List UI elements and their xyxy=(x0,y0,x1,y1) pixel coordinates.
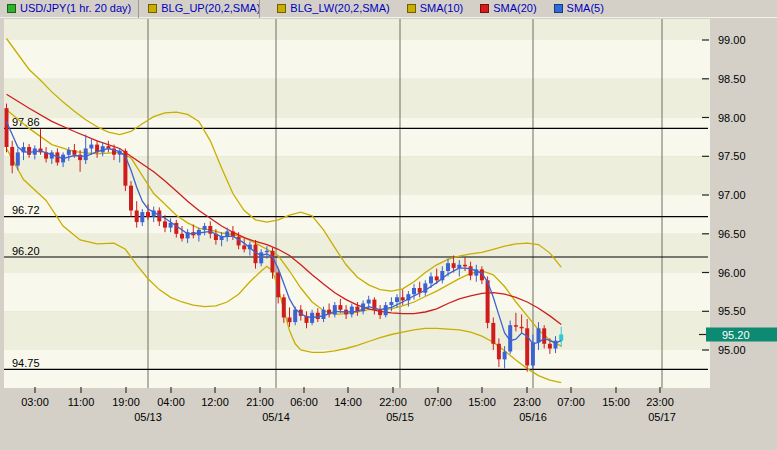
sma20-swatch-icon xyxy=(480,4,489,13)
price-level-label: 96.72 xyxy=(12,204,40,216)
y-axis-label: 95.50 xyxy=(718,305,746,317)
current-price-badge-label: 95.20 xyxy=(722,329,750,341)
time-label: 12:00 xyxy=(201,396,229,408)
y-axis-label: 95.00 xyxy=(718,344,746,356)
time-label: 15:00 xyxy=(602,396,630,408)
sma5-swatch-icon xyxy=(554,4,563,13)
plot-group: 97.8696.7296.2094.75 xyxy=(4,19,710,388)
legend-item-label: BLG_LW(20,2,SMA) xyxy=(290,3,389,14)
price-stripes xyxy=(4,19,710,388)
legend-item-label: SMA(10) xyxy=(420,3,463,14)
legend-item-label: SMA(20) xyxy=(493,3,536,14)
date-label: 05/13 xyxy=(134,411,162,423)
time-label: 04:00 xyxy=(157,396,185,408)
legend-item-sma10[interactable]: SMA(10) xyxy=(407,3,463,14)
time-label: 22:00 xyxy=(379,396,407,408)
legend-bar: USD/JPY(1 hr. 20 day)BLG_UP(20,2,SMA)BLG… xyxy=(0,0,777,18)
y-axis-label: 98.50 xyxy=(718,73,746,85)
time-label: 21:00 xyxy=(246,396,274,408)
blg-lw-swatch-icon xyxy=(277,4,286,13)
candle xyxy=(5,104,9,153)
legend-divider xyxy=(259,0,260,18)
legend-item-label: USD/JPY(1 hr. 20 day) xyxy=(20,3,131,14)
price-level-label: 96.20 xyxy=(12,245,40,257)
y-axis-label: 96.50 xyxy=(718,228,746,240)
legend-item-label: SMA(5) xyxy=(567,3,604,14)
date-label: 05/17 xyxy=(648,411,676,423)
legend-divider xyxy=(138,0,139,18)
y-axis-label: 97.00 xyxy=(718,189,746,201)
candle xyxy=(508,321,512,354)
time-label: 07:00 xyxy=(557,396,585,408)
y-axis-label: 96.00 xyxy=(718,267,746,279)
y-axis-label: 97.50 xyxy=(718,150,746,162)
legend-item-blg-up[interactable]: BLG_UP(20,2,SMA) xyxy=(148,3,260,14)
y-axis-label: 98.00 xyxy=(718,112,746,124)
chart-plot-area[interactable]: 97.8696.7296.2094.7599.0098.5098.0097.50… xyxy=(0,0,777,450)
symbol-swatch-icon xyxy=(7,4,16,13)
chart-svg: 97.8696.7296.2094.7599.0098.5098.0097.50… xyxy=(0,0,777,450)
time-label: 06:00 xyxy=(290,396,318,408)
date-label: 05/14 xyxy=(262,411,290,423)
date-label: 05/15 xyxy=(386,411,414,423)
price-level-label: 94.75 xyxy=(12,357,40,369)
time-label: 23:00 xyxy=(513,396,541,408)
time-label: 03:00 xyxy=(21,396,49,408)
y-axis-label: 99.00 xyxy=(718,34,746,46)
legend-item-label: BLG_UP(20,2,SMA) xyxy=(161,3,260,14)
time-label: 23:00 xyxy=(646,396,674,408)
blg-up-swatch-icon xyxy=(148,4,157,13)
date-label: 05/16 xyxy=(519,411,547,423)
time-label: 07:00 xyxy=(424,396,452,408)
time-label: 11:00 xyxy=(68,396,95,408)
legend-item-blg-lw[interactable]: BLG_LW(20,2,SMA) xyxy=(277,3,389,14)
time-label: 15:00 xyxy=(468,396,496,408)
time-label: 19:00 xyxy=(112,396,140,408)
time-label: 14:00 xyxy=(334,396,362,408)
legend-item-sma5[interactable]: SMA(5) xyxy=(554,3,604,14)
chart-window: USD/JPY(1 hr. 20 day)BLG_UP(20,2,SMA)BLG… xyxy=(0,0,777,450)
sma10-swatch-icon xyxy=(407,4,416,13)
legend-item-symbol[interactable]: USD/JPY(1 hr. 20 day) xyxy=(7,3,131,14)
legend-item-sma20[interactable]: SMA(20) xyxy=(480,3,536,14)
